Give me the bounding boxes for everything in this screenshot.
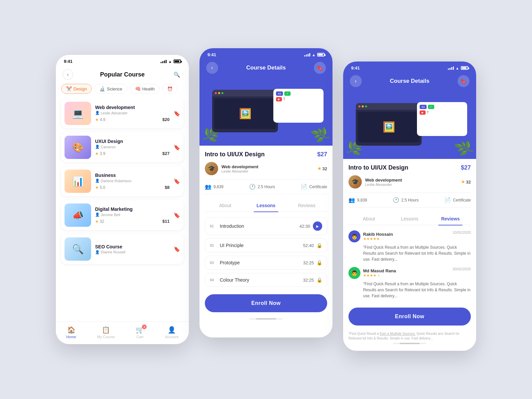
course-details-title-3: Course Details bbox=[390, 78, 429, 84]
time-2: 9:41 bbox=[207, 52, 216, 57]
time-3: 9:41 bbox=[351, 66, 360, 70]
clock-icon-3: 🕐 bbox=[393, 197, 399, 203]
banner-illustration-2: 🌿 🌿 🖼️ Aa ✓ ▶ bbox=[206, 84, 326, 141]
signal-icon-3 bbox=[448, 66, 454, 70]
course-card-dm[interactable]: 📣 Digital Marketing 👤 Jerome Bell ★ 32 $… bbox=[61, 200, 184, 230]
leaf-right-2: 🌿 bbox=[310, 124, 332, 146]
cart-badge: 2 bbox=[142, 325, 147, 329]
course-detail-price-2: $27 bbox=[317, 151, 327, 158]
filter-science-label: Science bbox=[107, 86, 122, 91]
nav-cart[interactable]: 🛒 2 Cart bbox=[136, 326, 144, 339]
course-thumb-seo: 🔍 bbox=[65, 237, 91, 261]
enroll-button-2[interactable]: Enroll Now bbox=[205, 294, 327, 312]
scroll-indicator-3 bbox=[393, 343, 426, 344]
instructor-avatar-2: 🎓 bbox=[205, 162, 218, 175]
scroll-indicator-2 bbox=[249, 318, 283, 320]
instructor-row-2: 🎓 Web development Leslie Alexander ★ 32 bbox=[205, 162, 327, 175]
course-card-webdev[interactable]: 💻 Web development 👤 Leslie Alexander ★ 4… bbox=[61, 98, 184, 128]
phone-course-reviews: 9:41 ▲ ‹ Course Details 🔖 bbox=[343, 62, 476, 351]
tab-lessons-3[interactable]: Lessons bbox=[389, 213, 430, 225]
lesson-item-1[interactable]: 01 Introduction 42:30 ▶ bbox=[205, 217, 327, 235]
course-info-business: Business 👤 Darlene Robertson ★ 5.0 $8 bbox=[95, 173, 170, 190]
filter-science[interactable]: 🔬 Science bbox=[94, 84, 127, 94]
instructor-icon-ux: 👤 bbox=[95, 145, 100, 149]
instructor-icon-biz: 👤 bbox=[95, 179, 100, 183]
wifi-icon-3: ▲ bbox=[456, 66, 459, 70]
bookmark-seo[interactable]: 🔖 bbox=[174, 246, 180, 252]
bookmark-dm[interactable]: 🔖 bbox=[174, 212, 180, 218]
status-icons-2: ▲ bbox=[304, 53, 325, 57]
review-date-2: 30/02/2020 bbox=[453, 267, 471, 271]
tab-lessons-2[interactable]: Lessons bbox=[246, 200, 287, 211]
design-window-3: 🖼️ bbox=[356, 103, 422, 146]
tabs-row-2: About Lessons Reviews bbox=[205, 200, 327, 212]
course-name-ux: UXUI Design bbox=[95, 139, 170, 144]
tab-reviews-2[interactable]: Reviews bbox=[286, 200, 327, 211]
status-icons-3: ▲ bbox=[448, 66, 468, 70]
stat-duration-3: 🕐 2.5 Hours bbox=[393, 197, 419, 203]
filter-design[interactable]: ✂️ Design bbox=[61, 84, 92, 94]
lock-icon-2: 🔒 bbox=[317, 243, 322, 248]
bookmark-business[interactable]: 🔖 bbox=[174, 178, 180, 185]
bookmark-webdev[interactable]: 🔖 bbox=[174, 110, 180, 117]
course-name-business: Business bbox=[95, 173, 170, 178]
back-btn-2[interactable]: ‹ bbox=[206, 62, 218, 74]
bookmark-ux[interactable]: 🔖 bbox=[174, 144, 180, 151]
stats-row-2: 👥 9,839 🕐 2.5 Hours 📄 Certificate bbox=[205, 179, 327, 194]
review-text-2: "Find Quick Result a from an Multiple So… bbox=[348, 281, 471, 299]
design-window-2: 🖼️ bbox=[212, 90, 278, 132]
tab-reviews-3[interactable]: Reviews bbox=[430, 213, 471, 225]
signal-icon bbox=[161, 60, 167, 63]
course-thumb-ux: 🎨 bbox=[65, 136, 91, 159]
course-meta-business: ★ 5.0 $8 bbox=[95, 185, 170, 190]
enroll-button-3[interactable]: Enroll Now bbox=[348, 308, 471, 326]
course-nav-3: ‹ Course Details 🔖 bbox=[343, 72, 476, 92]
nav-account[interactable]: 👤 Account bbox=[165, 326, 179, 339]
reviewer-avatar-2: 👨 bbox=[348, 267, 360, 279]
reviewer-info-1: 👨 Rakib Hossain ★★★★★ bbox=[348, 230, 393, 242]
banner-illustration-3: 🌿 🌿 🖼️ Aa ✓ ▶ bbox=[350, 97, 469, 154]
status-bar-2: 9:41 ▲ bbox=[200, 48, 332, 59]
course-instructor-webdev: 👤 Leslie Alexander bbox=[95, 111, 170, 115]
tab-about-3[interactable]: About bbox=[348, 213, 389, 225]
lesson-item-2[interactable]: 02 UI Principle 52:40 🔒 bbox=[205, 238, 327, 252]
lesson-item-3[interactable]: 03 Prototype 32:25 🔒 bbox=[205, 256, 327, 270]
tab-about-2[interactable]: About bbox=[205, 200, 246, 211]
course-nav-2: ‹ Course Details 🔖 bbox=[200, 59, 332, 79]
filter-health[interactable]: 🧠 Health bbox=[130, 84, 160, 94]
review-stars-2: ★★★★★ bbox=[363, 273, 396, 278]
course-name-webdev: Web development bbox=[95, 105, 170, 110]
wifi-icon: ▲ bbox=[168, 60, 172, 64]
nav-mycourse[interactable]: 📋 My Course bbox=[97, 326, 115, 339]
stat-cert-2: 📄 Certificate bbox=[301, 184, 327, 190]
course-card-business[interactable]: 📊 Business 👤 Darlene Robertson ★ 5.0 $8 bbox=[61, 166, 184, 196]
save-btn-3[interactable]: 🔖 bbox=[458, 75, 469, 87]
play-button-1[interactable]: ▶ bbox=[313, 221, 322, 231]
search-button[interactable]: 🔍 bbox=[172, 69, 182, 80]
nav-home[interactable]: 🏠 Home bbox=[66, 326, 76, 339]
instructor-name-2: Leslie Alexander bbox=[221, 169, 258, 173]
lesson-item-4[interactable]: 04 Colour Theory 32:25 🔒 bbox=[205, 273, 327, 287]
course-card-ux[interactable]: 🎨 UXUI Design 👤 Cameron ★ 3.9 $27 bbox=[61, 132, 184, 162]
students-icon-2: 👥 bbox=[205, 184, 211, 190]
reviewer-info-2: 👨 Md Masud Rana ★★★★★ bbox=[348, 267, 396, 279]
save-btn-2[interactable]: 🔖 bbox=[314, 62, 326, 74]
bottom-nav: 🏠 Home 📋 My Course 🛒 2 Cart 👤 Account bbox=[56, 322, 189, 344]
wifi-icon-2: ▲ bbox=[312, 53, 316, 57]
course-card-seo[interactable]: 🔍 SEO Course 👤 Dianne Russell 🔖 bbox=[61, 234, 184, 264]
course-details-title-2: Course Details bbox=[246, 65, 286, 71]
lock-icon-3: 🔒 bbox=[317, 260, 322, 265]
price-webdev: $20 bbox=[162, 117, 170, 122]
stat-cert-3: 📄 Certificate bbox=[444, 197, 471, 203]
review-header-2: 👨 Md Masud Rana ★★★★★ 30/02/2020 bbox=[348, 267, 471, 279]
back-button[interactable]: ‹ bbox=[63, 69, 73, 80]
rating-badge-2: ★ 32 bbox=[318, 166, 327, 171]
stat-students-3: 👥 9,839 bbox=[348, 197, 367, 203]
health-filter-icon: 🧠 bbox=[135, 86, 141, 91]
back-btn-3[interactable]: ‹ bbox=[350, 75, 362, 87]
filter-more[interactable]: ⏰ bbox=[162, 84, 178, 94]
price-dm: $11 bbox=[162, 219, 170, 224]
battery-icon-2 bbox=[317, 53, 325, 57]
nav-home-label: Home bbox=[66, 335, 76, 339]
status-bar-3: 9:41 ▲ bbox=[343, 62, 476, 72]
